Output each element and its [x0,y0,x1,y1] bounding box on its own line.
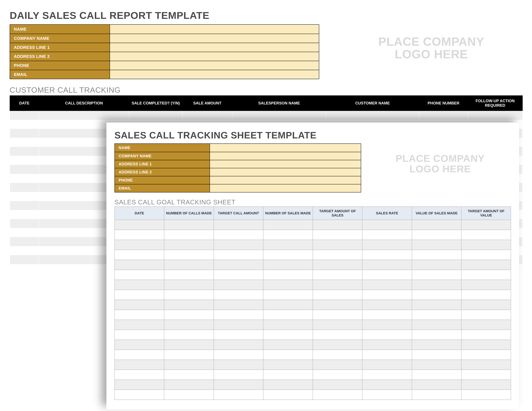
cell[interactable] [263,280,313,290]
cell[interactable] [214,280,263,290]
address1-field[interactable] [110,43,319,52]
cell[interactable] [263,310,313,320]
cell[interactable] [10,120,39,129]
cell[interactable] [313,270,362,280]
cell[interactable] [115,320,164,330]
cell[interactable] [313,340,362,350]
cell[interactable] [412,330,461,340]
cell[interactable] [313,280,362,290]
cell[interactable] [263,350,313,360]
cell[interactable] [164,340,214,350]
cell[interactable] [313,330,362,340]
cell[interactable] [412,380,461,390]
cell[interactable] [164,260,214,270]
cell[interactable] [164,370,214,380]
cell[interactable] [412,250,461,260]
cell[interactable] [313,370,362,380]
cell[interactable] [164,310,214,320]
cell[interactable] [115,260,164,270]
cell[interactable] [362,350,412,360]
cell[interactable] [263,290,313,300]
cell[interactable] [461,390,511,400]
cell[interactable] [313,290,362,300]
cell[interactable] [313,320,362,330]
cell[interactable] [115,360,164,370]
cell[interactable] [115,270,164,280]
cell[interactable] [263,370,313,380]
cell[interactable] [10,255,39,264]
cell[interactable] [214,330,263,340]
cell[interactable] [10,147,39,156]
cell[interactable] [412,320,461,330]
company-field[interactable] [110,34,319,43]
cell[interactable] [461,360,511,370]
cell[interactable] [263,380,313,390]
cell[interactable] [263,320,313,330]
cell[interactable] [412,220,461,230]
cell[interactable] [115,370,164,380]
cell[interactable] [10,210,39,219]
cell[interactable] [182,111,232,120]
cell[interactable] [164,390,214,400]
cell[interactable] [10,192,39,201]
address2-field[interactable] [110,52,319,61]
cell[interactable] [461,270,511,280]
cell[interactable] [164,290,214,300]
cell[interactable] [10,138,39,147]
cell[interactable] [461,340,511,350]
cell[interactable] [313,390,362,400]
company-field[interactable] [210,152,361,160]
cell[interactable] [263,330,313,340]
cell[interactable] [362,270,412,280]
cell[interactable] [214,260,263,270]
cell[interactable] [461,290,511,300]
cell[interactable] [164,240,214,250]
cell[interactable] [214,270,263,280]
cell[interactable] [412,240,461,250]
cell[interactable] [362,240,412,250]
cell[interactable] [10,111,39,120]
cell[interactable] [362,220,412,230]
cell[interactable] [164,220,214,230]
cell[interactable] [412,390,461,400]
cell[interactable] [412,300,461,310]
cell[interactable] [263,230,313,240]
cell[interactable] [362,370,412,380]
cell[interactable] [10,183,39,192]
cell[interactable] [115,350,164,360]
cell[interactable] [164,320,214,330]
cell[interactable] [214,390,263,400]
cell[interactable] [115,240,164,250]
cell[interactable] [263,360,313,370]
cell[interactable] [115,330,164,340]
cell[interactable] [263,300,313,310]
cell[interactable] [419,111,468,120]
cell[interactable] [214,220,263,230]
cell[interactable] [313,380,362,390]
cell[interactable] [164,250,214,260]
cell[interactable] [10,156,39,165]
cell[interactable] [461,260,511,270]
cell[interactable] [412,310,461,320]
cell[interactable] [115,340,164,350]
cell[interactable] [412,340,461,350]
cell[interactable] [10,246,39,255]
cell[interactable] [412,360,461,370]
address2-field[interactable] [210,168,361,176]
cell[interactable] [214,310,263,320]
cell[interactable] [362,280,412,290]
cell[interactable] [214,300,263,310]
cell[interactable] [10,237,39,246]
cell[interactable] [214,370,263,380]
name-field[interactable] [110,25,319,34]
cell[interactable] [461,300,511,310]
cell[interactable] [115,290,164,300]
cell[interactable] [115,220,164,230]
cell[interactable] [115,250,164,260]
cell[interactable] [214,360,263,370]
cell[interactable] [263,390,313,400]
cell[interactable] [263,250,313,260]
cell[interactable] [362,300,412,310]
cell[interactable] [412,260,461,270]
cell[interactable] [461,310,511,320]
